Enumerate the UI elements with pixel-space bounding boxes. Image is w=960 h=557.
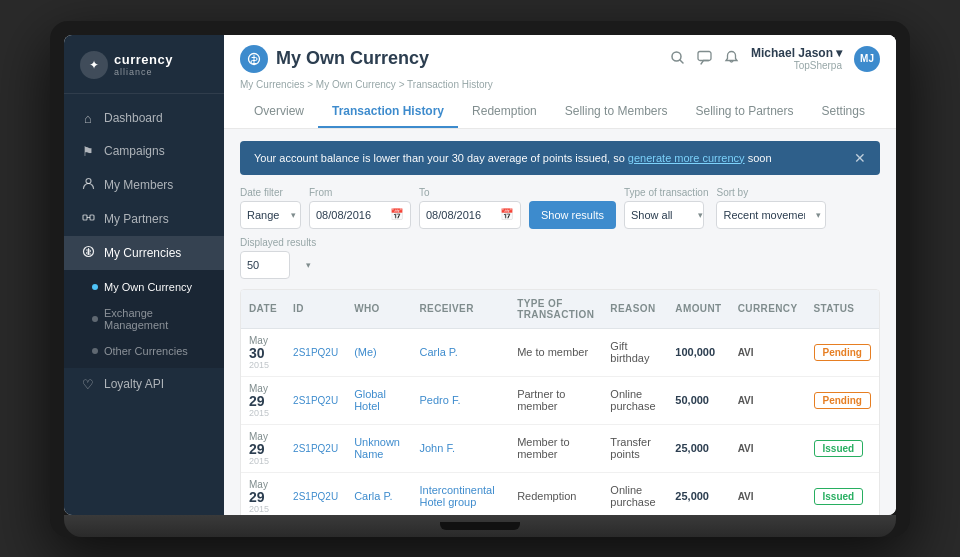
sidebar-sub-nav: My Own Currency Exchange Management Othe… (64, 270, 224, 368)
sidebar-sub-item-exchange-management[interactable]: Exchange Management (64, 300, 224, 338)
to-filter-group: To 📅 (419, 187, 521, 229)
tab-bar: Overview Transaction History Redemption … (240, 96, 880, 128)
sidebar-item-my-currencies[interactable]: My Currencies (64, 236, 224, 270)
date-filter-select[interactable]: Range (240, 201, 301, 229)
topbar-top: My Own Currency (240, 45, 880, 73)
svg-rect-2 (90, 215, 94, 220)
sidebar-sub-item-other-currencies[interactable]: Other Currencies (64, 338, 224, 364)
col-receiver: RECEIVER (411, 290, 509, 329)
sort-by-label: Sort by (716, 187, 826, 198)
cell-reason: Transfer points (602, 424, 667, 472)
cell-who: Unknown Name (346, 424, 411, 472)
sidebar-item-my-partners[interactable]: My Partners (64, 202, 224, 236)
tab-transaction-history[interactable]: Transaction History (318, 96, 458, 128)
cell-amount: 50,000 (667, 376, 729, 424)
brand-sub: alliance (114, 67, 173, 77)
notification-icon[interactable] (724, 50, 739, 68)
sidebar-item-label: Campaigns (104, 144, 165, 158)
cell-status: Issued (806, 424, 879, 472)
cell-amount: 100,000 (667, 328, 729, 376)
alert-bar: Your account balance is lower than your … (240, 141, 880, 175)
alert-close-button[interactable]: ✕ (854, 150, 866, 166)
sidebar-item-label: Loyalty API (104, 377, 164, 391)
displayed-select[interactable]: 50 (240, 251, 290, 279)
cell-receiver: John F. (411, 424, 509, 472)
cell-reason: Gift birthday (602, 328, 667, 376)
col-amount: AMOUNT (667, 290, 729, 329)
cell-currency: AVI (730, 472, 806, 515)
home-icon: ⌂ (80, 111, 96, 126)
cell-status: Pending (806, 376, 879, 424)
sidebar-sub-label: Other Currencies (104, 345, 188, 357)
avatar: MJ (854, 46, 880, 72)
cell-type: Redemption (509, 472, 602, 515)
members-icon (80, 177, 96, 193)
show-results-button[interactable]: Show results (529, 201, 616, 229)
cell-receiver: Intercontinental Hotel group (411, 472, 509, 515)
logo-text: currency alliance (114, 52, 173, 77)
svg-point-0 (86, 178, 91, 183)
cell-type: Member to member (509, 424, 602, 472)
col-type: TYPE OF TRANSACTION (509, 290, 602, 329)
dot (92, 316, 98, 322)
cell-amount: 25,000 (667, 472, 729, 515)
sort-by-select-wrapper: Recent movements (716, 201, 826, 229)
transaction-type-select-wrapper: Show all (624, 201, 709, 229)
alert-link[interactable]: generate more currency (628, 152, 745, 164)
transaction-type-select[interactable]: Show all (624, 201, 704, 229)
sidebar-item-dashboard[interactable]: ⌂ Dashboard (64, 102, 224, 135)
col-who: WHO (346, 290, 411, 329)
to-input-wrap: 📅 (419, 201, 521, 229)
date-filter-select-wrapper: Range (240, 201, 301, 229)
logo-icon: ✦ (80, 51, 108, 79)
cell-amount: 25,000 (667, 424, 729, 472)
cell-reason: Online purchase (602, 472, 667, 515)
sort-by-group: Sort by Recent movements (716, 187, 826, 229)
to-input[interactable] (426, 209, 496, 221)
chat-icon[interactable] (697, 50, 712, 68)
cell-id: 2S1PQ2U (285, 424, 346, 472)
calendar-icon-2: 📅 (500, 208, 514, 221)
user-name: Michael Jason ▾ (751, 46, 842, 60)
sidebar-sub-item-my-own-currency[interactable]: My Own Currency (64, 274, 224, 300)
col-id: ID (285, 290, 346, 329)
sidebar-sub-label: My Own Currency (104, 281, 192, 293)
cell-id: 2S1PQ2U (285, 328, 346, 376)
search-icon[interactable] (670, 50, 685, 68)
cell-type: Partner to member (509, 376, 602, 424)
table-header-row: DATE ID WHO RECEIVER TYPE OF TRANSACTION… (241, 290, 879, 329)
user-info[interactable]: Michael Jason ▾ TopSherpa (751, 46, 842, 71)
tab-overview[interactable]: Overview (240, 96, 318, 128)
sidebar: ✦ currency alliance ⌂ Dashboard ⚑ Campai… (64, 35, 224, 515)
cell-type: Me to member (509, 328, 602, 376)
col-status: STATUS (806, 290, 879, 329)
topbar-actions: Michael Jason ▾ TopSherpa MJ (670, 46, 880, 72)
tab-redemption[interactable]: Redemption (458, 96, 551, 128)
sidebar-item-label: My Currencies (104, 246, 181, 260)
displayed-results-group: Displayed results 50 (240, 237, 316, 279)
cell-date: May 29 2015 (241, 424, 285, 472)
from-input[interactable] (316, 209, 386, 221)
from-input-wrap: 📅 (309, 201, 411, 229)
sidebar-item-campaigns[interactable]: ⚑ Campaigns (64, 135, 224, 168)
sidebar-item-loyalty-api[interactable]: ♡ Loyalty API (64, 368, 224, 401)
filters-row: Date filter Range From 📅 (240, 187, 880, 279)
dot (92, 348, 98, 354)
sidebar-item-my-members[interactable]: My Members (64, 168, 224, 202)
cell-who: Carla P. (346, 472, 411, 515)
cell-currency: AVI (730, 424, 806, 472)
tab-selling-to-members[interactable]: Selling to Members (551, 96, 682, 128)
brand-name: currency (114, 52, 173, 67)
sidebar-item-label: My Members (104, 178, 173, 192)
page-title: My Own Currency (276, 48, 429, 69)
tab-selling-to-partners[interactable]: Selling to Partners (681, 96, 807, 128)
date-filter-label: Date filter (240, 187, 301, 198)
cell-date: May 30 2015 (241, 328, 285, 376)
cell-reason: Online purchase (602, 376, 667, 424)
to-label: To (419, 187, 521, 198)
user-role: TopSherpa (794, 60, 842, 71)
svg-rect-1 (83, 215, 87, 220)
tab-settings[interactable]: Settings (808, 96, 879, 128)
sort-by-select[interactable]: Recent movements (716, 201, 826, 229)
cell-who: (Me) (346, 328, 411, 376)
